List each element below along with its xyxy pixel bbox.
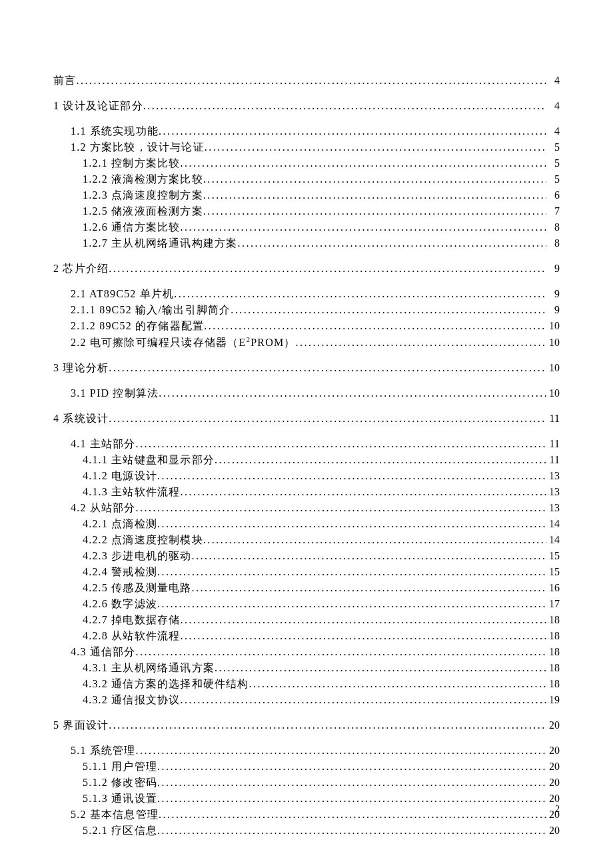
toc-entry-label: 4.1 主站部分 xyxy=(71,436,136,452)
toc-leader-dots xyxy=(249,676,546,692)
toc-entry-page: 11 xyxy=(546,411,560,427)
toc-entry[interactable]: 5.2 基本信息管理20 xyxy=(71,807,560,823)
toc-entry[interactable]: 5 界面设计20 xyxy=(53,717,560,733)
toc-entry[interactable]: 2.1.2 89C52 的存储器配置10 xyxy=(71,318,560,334)
toc-entry-label: 1.2.1 控制方案比较 xyxy=(83,155,180,171)
toc-entry-label: 1 设计及论证部分 xyxy=(53,98,143,114)
toc-entry-label: 4.2.7 掉电数据存储 xyxy=(83,612,180,628)
toc-entry[interactable]: 5.1.2 修改密码20 xyxy=(83,775,560,791)
toc-leader-dots xyxy=(203,187,546,203)
toc-entry[interactable]: 5.2.1 疗区信息20 xyxy=(83,823,560,839)
toc-entry-page: 8 xyxy=(546,235,560,251)
toc-entry[interactable]: 前言4 xyxy=(53,73,560,89)
toc-entry[interactable]: 4.2.8 从站软件流程18 xyxy=(83,628,560,644)
toc-entry-page: 4 xyxy=(546,123,560,139)
toc-entry-page: 13 xyxy=(546,484,560,500)
toc-entry[interactable]: 1.2.7 主从机网络通讯构建方案8 xyxy=(83,235,560,251)
toc-entry-page: 9 xyxy=(546,302,560,318)
toc-entry[interactable]: 4.1.1 主站键盘和显示部分11 xyxy=(83,452,560,468)
toc-entry[interactable]: 2 芯片介绍9 xyxy=(53,261,560,277)
toc-leader-dots xyxy=(180,219,546,235)
toc-entry[interactable]: 4.1.2 电源设计13 xyxy=(83,468,560,484)
toc-entry[interactable]: 2.1.1 89C52 输入/输出引脚简介9 xyxy=(71,302,560,318)
toc-entry-label: 4.1.3 主站软件流程 xyxy=(83,484,180,500)
toc-entry[interactable]: 4.2.5 传感及测量电路16 xyxy=(83,580,560,596)
toc-entry[interactable]: 4.2.6 数字滤波17 xyxy=(83,596,560,612)
toc-entry[interactable]: 4.2.7 掉电数据存储18 xyxy=(83,612,560,628)
toc-entry[interactable]: 2.2 电可擦除可编程只读存储器（E2PROM）10 xyxy=(71,334,560,351)
toc-entry-label: 5.1.3 通讯设置 xyxy=(83,791,157,807)
toc-leader-dots xyxy=(192,580,546,596)
toc-leader-dots xyxy=(180,628,546,644)
toc-entry-label: 2.2 电可擦除可编程只读存储器（E2PROM） xyxy=(71,334,296,351)
toc-entry-label: 3 理论分析 xyxy=(53,360,109,376)
toc-entry-label: 2.1 AT89C52 单片机 xyxy=(71,286,174,302)
toc-entry[interactable]: 4.2.1 点滴检测14 xyxy=(83,516,560,532)
toc-entry-page: 13 xyxy=(546,500,560,516)
toc-entry[interactable]: 4.3.2 通信方案的选择和硬件结构18 xyxy=(83,676,560,692)
toc-entry-page: 14 xyxy=(546,532,560,548)
toc-leader-dots xyxy=(180,692,546,708)
toc-entry-page: 10 xyxy=(546,360,560,376)
toc-entry[interactable]: 5.1 系统管理20 xyxy=(71,743,560,759)
toc-entry[interactable]: 5.1.3 通讯设置20 xyxy=(83,791,560,807)
toc-entry[interactable]: 4.2.2 点滴速度控制模块14 xyxy=(83,532,560,548)
toc-entry-page: 15 xyxy=(546,564,560,580)
toc-entry-page: 11 xyxy=(546,452,560,468)
toc-entry-page: 19 xyxy=(546,692,560,708)
toc-entry[interactable]: 4.3.2 通信报文协议19 xyxy=(83,692,560,708)
toc-entry[interactable]: 1.2.6 通信方案比较8 xyxy=(83,219,560,235)
toc-entry[interactable]: 4.2.3 步进电机的驱动15 xyxy=(83,548,560,564)
toc-entry[interactable]: 4.1 主站部分11 xyxy=(71,436,560,452)
toc-entry-label: 4.2.8 从站软件流程 xyxy=(83,628,180,644)
toc-entry[interactable]: 4 系统设计11 xyxy=(53,411,560,427)
toc-leader-dots xyxy=(296,335,546,351)
toc-entry-page: 10 xyxy=(546,335,560,351)
toc-leader-dots xyxy=(159,123,546,139)
toc-entry-label: 4.3.1 主从机网络通讯方案 xyxy=(83,660,215,676)
toc-entry-label: 4.2 从站部分 xyxy=(71,500,136,516)
toc-entry-label: 5.1 系统管理 xyxy=(71,743,136,759)
toc-entry[interactable]: 4.1.3 主站软件流程13 xyxy=(83,484,560,500)
page-container: 前言41 设计及论证部分41.1 系统实现功能41.2 方案比较，设计与论证51… xyxy=(0,0,613,865)
page-number: 2 xyxy=(555,804,560,814)
toc-leader-dots xyxy=(192,548,546,564)
toc-leader-dots xyxy=(157,823,546,839)
toc-entry[interactable]: 3.1 PID 控制算法10 xyxy=(71,385,560,401)
toc-entry[interactable]: 1.2.1 控制方案比较5 xyxy=(83,155,560,171)
toc-entry-label: 1.2.6 通信方案比较 xyxy=(83,219,180,235)
toc-entry[interactable]: 1.2.2 液滴检测方案比较5 xyxy=(83,171,560,187)
toc-entry-label: 4 系统设计 xyxy=(53,411,109,427)
toc-entry-page: 7 xyxy=(546,203,560,219)
toc-entry-page: 20 xyxy=(546,717,560,733)
toc-entry-page: 9 xyxy=(546,286,560,302)
toc-entry-page: 8 xyxy=(546,219,560,235)
toc-entry[interactable]: 2.1 AT89C52 单片机9 xyxy=(71,286,560,302)
toc-entry-page: 4 xyxy=(546,98,560,114)
toc-leader-dots xyxy=(159,385,546,401)
toc-leader-dots xyxy=(157,596,546,612)
toc-leader-dots xyxy=(136,644,546,660)
toc-entry-label: 4.2.2 点滴速度控制模块 xyxy=(83,532,203,548)
toc-entry-label: 4.3.2 通信方案的选择和硬件结构 xyxy=(83,676,249,692)
toc-entry-label: 5.1.2 修改密码 xyxy=(83,775,157,791)
toc-entry[interactable]: 4.3 通信部分18 xyxy=(71,644,560,660)
toc-leader-dots xyxy=(203,203,546,219)
toc-entry[interactable]: 1.1 系统实现功能4 xyxy=(71,123,560,139)
toc-entry[interactable]: 4.2 从站部分13 xyxy=(71,500,560,516)
toc-entry-page: 11 xyxy=(546,436,560,452)
toc-entry[interactable]: 1.2.5 储液液面检测方案7 xyxy=(83,203,560,219)
toc-entry-label: 4.1.1 主站键盘和显示部分 xyxy=(83,452,215,468)
toc-entry-page: 9 xyxy=(546,261,560,277)
toc-leader-dots xyxy=(157,759,546,775)
toc-entry[interactable]: 1.2 方案比较，设计与论证5 xyxy=(71,139,560,155)
toc-entry-label: 5 界面设计 xyxy=(53,717,109,733)
toc-entry[interactable]: 1 设计及论证部分4 xyxy=(53,98,560,114)
toc-leader-dots xyxy=(143,98,546,114)
toc-entry[interactable]: 4.2.4 警戒检测15 xyxy=(83,564,560,580)
toc-entry[interactable]: 1.2.3 点滴速度控制方案6 xyxy=(83,187,560,203)
toc-entry[interactable]: 4.3.1 主从机网络通讯方案18 xyxy=(83,660,560,676)
toc-entry[interactable]: 5.1.1 用户管理20 xyxy=(83,759,560,775)
toc-entry[interactable]: 3 理论分析10 xyxy=(53,360,560,376)
toc-leader-dots xyxy=(180,612,546,628)
